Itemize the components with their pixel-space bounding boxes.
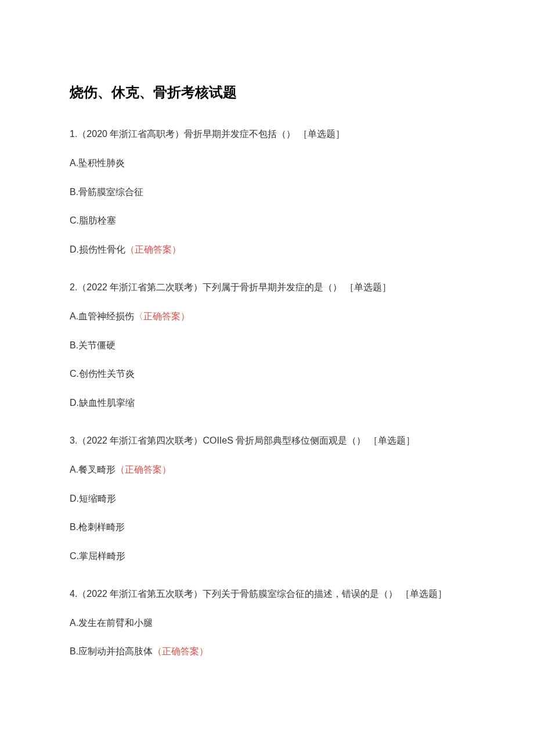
correct-marker: （正确答案） <box>125 244 181 254</box>
option-label: D.损伤性骨化 <box>70 244 125 254</box>
question-block: 2.（2022 年浙江省第二次联考）下列属于骨折早期并发症的是（） ［单选题］A… <box>70 280 464 410</box>
question-stem: 1.（2020 年浙江省高职考）骨折早期并发症不包括（） ［单选题］ <box>70 127 464 142</box>
option: A.坠积性肺炎 <box>70 156 464 171</box>
page-title: 烧伤、休克、骨折考核试题 <box>70 81 464 103</box>
option-label: D.缺血性肌挛缩 <box>70 398 135 408</box>
question-stem: 2.（2022 年浙江省第二次联考）下列属于骨折早期并发症的是（） ［单选题］ <box>70 280 464 295</box>
questions-container: 1.（2020 年浙江省高职考）骨折早期并发症不包括（） ［单选题］A.坠积性肺… <box>70 127 464 659</box>
option: D.短缩畸形 <box>70 491 464 506</box>
option-label: B.骨筋膜室综合征 <box>70 187 143 197</box>
option-label: C.创伤性关节炎 <box>70 369 135 379</box>
option: D.缺血性肌挛缩 <box>70 395 464 411</box>
option-label: D.短缩畸形 <box>70 494 116 503</box>
option: B.骨筋膜室综合征 <box>70 185 464 200</box>
option-label: B.关节僵硬 <box>70 340 116 350</box>
option: D.损伤性骨化（正确答案） <box>70 242 464 257</box>
option-label: A.餐叉畸形 <box>70 465 116 474</box>
question-block: 1.（2020 年浙江省高职考）骨折早期并发症不包括（） ［单选题］A.坠积性肺… <box>70 127 464 257</box>
option: B.枪刺样畸形 <box>70 520 464 535</box>
option: B.应制动并抬高肢体（正确答案） <box>70 644 464 659</box>
question-block: 4.（2022 年浙江省第五次联考）下列关于骨筋膜室综合征的描述，错误的是（） … <box>70 586 464 659</box>
option-label: C.脂肪栓塞 <box>70 215 116 225</box>
option: C.创伤性关节炎 <box>70 366 464 381</box>
option: A.餐叉畸形（正确答案） <box>70 462 464 477</box>
option: C.掌屈样畸形 <box>70 549 464 564</box>
correct-marker: 〈正确答案） <box>134 311 190 321</box>
question-stem: 4.（2022 年浙江省第五次联考）下列关于骨筋膜室综合征的描述，错误的是（） … <box>70 586 464 602</box>
question-block: 3.（2022 年浙江省第四次联考）COIIeS 骨折局部典型移位侧面观是（） … <box>70 433 464 563</box>
option: C.脂肪栓塞 <box>70 213 464 228</box>
option: A.血管神经损伤〈正确答案） <box>70 309 464 324</box>
option-label: A.坠积性肺炎 <box>70 158 125 168</box>
correct-marker: （正确答案） <box>116 465 171 474</box>
correct-marker: （正确答案） <box>153 646 208 656</box>
question-stem: 3.（2022 年浙江省第四次联考）COIIeS 骨折局部典型移位侧面观是（） … <box>70 433 464 448</box>
option: B.关节僵硬 <box>70 338 464 353</box>
option: A.发生在前臂和小腿 <box>70 615 464 631</box>
option-label: B.应制动并抬高肢体 <box>70 646 153 656</box>
option-label: C.掌屈样畸形 <box>70 551 125 561</box>
option-label: A.血管神经损伤 <box>70 311 134 321</box>
option-label: A.发生在前臂和小腿 <box>70 618 153 628</box>
option-label: B.枪刺样畸形 <box>70 522 125 532</box>
